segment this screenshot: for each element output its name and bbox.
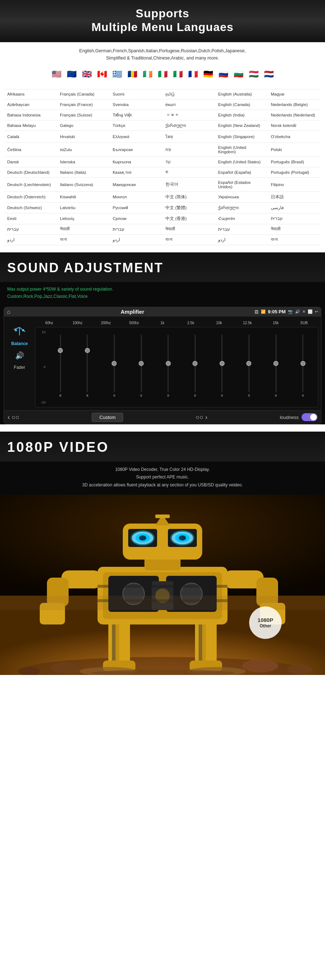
eq-slider-value: 0	[221, 394, 223, 397]
table-cell: עד	[162, 156, 215, 167]
table-cell: Հայerën	[215, 213, 268, 224]
table-cell: 中文 (简体)	[162, 191, 215, 202]
eq-slider-col[interactable]: 0	[235, 335, 263, 399]
table-cell: Deutsch (Schweiz)	[4, 202, 57, 213]
eq-slider-track	[168, 335, 169, 392]
back-icon: ↩	[315, 309, 318, 314]
svg-point-3	[15, 329, 17, 331]
eq-slider-col[interactable]: 8	[74, 335, 101, 399]
flags-row: 🇺🇸🇪🇺🇬🇧🇨🇦🇬🇷🇷🇴🇮🇪🇮🇹🇮🇹🇫🇷🇩🇪🇷🇺🇧🇬🇭🇺🇳🇱	[0, 65, 325, 86]
flag-icon: 🇬🇷	[110, 67, 124, 81]
svg-rect-41	[155, 514, 170, 518]
eq-freq-label: 200hz	[92, 321, 120, 325]
eq-slider-thumb	[139, 361, 144, 366]
table-cell: Монгол	[110, 191, 162, 202]
table-cell: 中文 (繁體)	[162, 202, 215, 213]
sound-section: SOUND ADJUSTMENT Max output power 4*50W …	[0, 252, 325, 425]
table-cell: Magyar	[268, 89, 321, 99]
volume-icon: 🔊	[295, 309, 300, 314]
language-subtitle: English,German,French,Spanish,Italian,Po…	[0, 42, 325, 65]
next-button[interactable]: ○○ ›	[196, 414, 208, 421]
flag-icon: 🇷🇺	[216, 67, 230, 81]
table-row: Bahasa MelayuGalegoTürkçeქართულიEnglish …	[4, 120, 321, 130]
eq-freq-label: 60hz	[35, 321, 63, 325]
balance-icon	[13, 327, 26, 336]
balance-label: Balance	[11, 341, 28, 346]
eq-slider-col[interactable]: 8	[47, 335, 74, 399]
eq-slider-col[interactable]: 0	[155, 335, 182, 399]
eq-slider-track	[302, 335, 303, 392]
eq-slider-thumb	[85, 348, 90, 353]
amplifier-ui: ⌂ Amplifier 🖼 📶 9:05 PM 📷 🔊 ✕ ⬜ ↩	[3, 307, 322, 425]
table-cell: English (Singapore)	[215, 130, 268, 142]
table-cell: Казақ тілі	[110, 167, 162, 177]
eq-freq-label: 12.5k	[233, 321, 261, 325]
loudness-toggle[interactable]	[301, 413, 317, 421]
eq-slider-track	[221, 335, 223, 392]
eq-slider-col[interactable]: 0	[101, 335, 128, 399]
table-cell: বাংলা	[162, 234, 215, 245]
table-row: DanskÍslenskaКыргызчаעדEnglish (United S…	[4, 156, 321, 167]
eq-slider-col[interactable]: 0	[128, 335, 155, 399]
table-cell: Español (España)	[215, 167, 268, 177]
language-table: AfrikaansFrançais (Canada)Suomiதமிழ்Engl…	[4, 89, 321, 245]
sound-desc-line2: Custom,Rock,Pop,Jazz,Classic,Flat,Voice	[7, 293, 318, 300]
table-row: Deutsch (Liechtenstein)Italiano (Svizzer…	[4, 177, 321, 191]
custom-preset-button[interactable]: Custom	[92, 413, 123, 422]
video-desc-line2: Support perfect APE music.	[7, 473, 318, 481]
eq-freq-labels: 60hz100hz200hz500hz1k2.5k10k12.5k15kSUB	[35, 320, 318, 327]
table-cell: Italiano (Svizzera)	[57, 177, 110, 191]
table-cell: Українська	[215, 191, 268, 202]
eq-slider-value: 0	[114, 394, 115, 397]
table-cell: Svenska	[110, 99, 162, 110]
prev-button[interactable]: ‹ ○○	[8, 414, 19, 421]
table-cell: Lietuvių	[57, 213, 110, 224]
table-cell: Bahasa Melayu	[4, 120, 57, 130]
table-cell: Български	[110, 142, 162, 156]
eq-slider-value: 8	[59, 394, 61, 397]
table-cell: नेपाली	[162, 224, 215, 234]
close-icon: ✕	[302, 309, 306, 314]
eq-slider-track	[195, 335, 196, 392]
table-cell: नेपाली	[57, 224, 110, 234]
eq-slider-thumb	[166, 361, 171, 366]
flag-icon: 🇭🇺	[247, 67, 260, 81]
amp-time: 9:05 PM	[268, 309, 286, 314]
flag-icon: 🇮🇹	[155, 67, 170, 81]
eq-sliders-container: 100-10 8800000000	[35, 327, 318, 407]
table-row: Deutsch (Österreich)KiswahiliМонгол中文 (简…	[4, 191, 321, 202]
eq-freq-label: 10k	[205, 321, 233, 325]
table-cell: Türkçe	[110, 120, 162, 130]
flag-icon: 🇫🇷	[186, 67, 200, 81]
table-cell: Русский	[110, 202, 162, 213]
table-cell: English (Canada)	[215, 99, 268, 110]
eq-slider-col[interactable]: 0	[209, 335, 236, 399]
table-cell: Íslenska	[57, 156, 110, 167]
eq-slider-col[interactable]: 0	[263, 335, 290, 399]
eq-slider-thumb	[58, 348, 63, 353]
amp-title: Amplifier	[13, 309, 252, 315]
eq-freq-label: 100hz	[63, 321, 91, 325]
table-cell: Français (France)	[57, 99, 110, 110]
eq-slider-col[interactable]: 0	[289, 335, 316, 399]
eq-scale-label: 10	[42, 330, 45, 334]
table-cell: 한국어	[162, 177, 215, 191]
table-cell: বাংলা	[57, 234, 110, 245]
badge-line1: 1080P	[258, 617, 273, 624]
video-desc-line3: 3D acceleration allows fluent playback a…	[7, 481, 318, 489]
video-header: 1080P VIDEO	[0, 431, 325, 461]
loudness-label: loudness	[280, 415, 299, 420]
video-image: 1080P Other	[0, 495, 325, 675]
table-row: ČeštinaisiZuluБългарскиפחEnglish (United…	[4, 142, 321, 156]
eq-slider-thumb	[273, 361, 279, 366]
eq-slider-col[interactable]: 0	[182, 335, 209, 399]
table-cell: Tiếng Việt	[110, 110, 162, 120]
amp-eq-area: 60hz100hz200hz500hz1k2.5k10k12.5k15kSUB …	[35, 320, 318, 407]
flag-icon: 🇮🇪	[141, 67, 154, 81]
table-cell: Filipino	[268, 177, 321, 191]
eq-slider-thumb	[192, 361, 197, 366]
table-cell: Azərbaycan	[4, 99, 57, 110]
eq-slider-thumb	[301, 361, 306, 366]
table-row: עבריתनेपालीעבריתनेपालीעבריתनेपाली	[4, 224, 321, 234]
flag-icon: 🇨🇦	[95, 67, 109, 81]
